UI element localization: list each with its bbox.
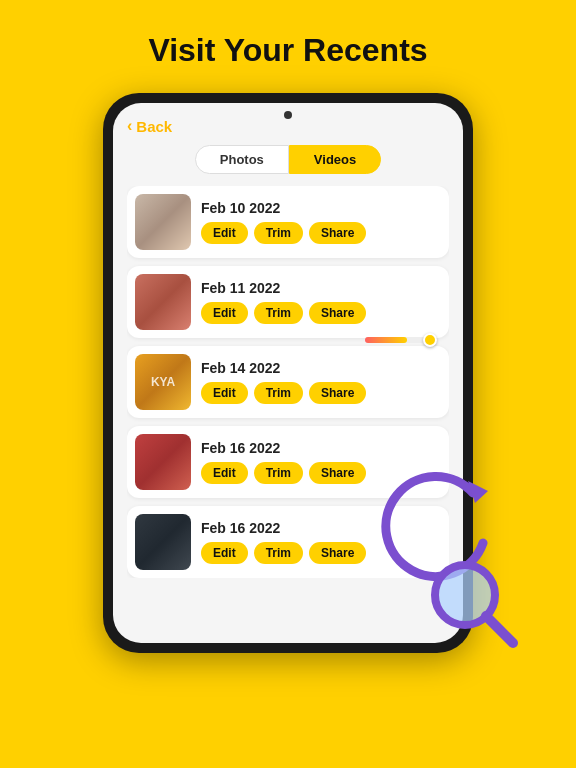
tablet-device: ‹ Back Photos Videos Feb 10 2022 Edit bbox=[103, 93, 473, 653]
thumbnail: KYA bbox=[135, 354, 191, 410]
back-chevron-icon: ‹ bbox=[127, 117, 132, 135]
tablet-camera bbox=[284, 111, 292, 119]
recent-actions: Edit Trim Share bbox=[201, 222, 441, 244]
edit-button[interactable]: Edit bbox=[201, 462, 248, 484]
edit-button[interactable]: Edit bbox=[201, 382, 248, 404]
recent-info: Feb 14 2022 Edit Trim Share bbox=[201, 360, 441, 404]
trim-button[interactable]: Trim bbox=[254, 382, 303, 404]
recent-info: Feb 10 2022 Edit Trim Share bbox=[201, 200, 441, 244]
tab-videos[interactable]: Videos bbox=[289, 145, 381, 174]
trim-button[interactable]: Trim bbox=[254, 222, 303, 244]
recent-item: KYA Feb 14 2022 Edit Trim Share bbox=[127, 346, 449, 418]
thumbnail bbox=[135, 514, 191, 570]
back-button[interactable]: ‹ Back bbox=[127, 117, 449, 135]
recent-date: Feb 14 2022 bbox=[201, 360, 441, 376]
page-title: Visit Your Recents bbox=[148, 32, 427, 69]
edit-button[interactable]: Edit bbox=[201, 302, 248, 324]
share-button[interactable]: Share bbox=[309, 462, 366, 484]
thumbnail bbox=[135, 194, 191, 250]
progress-bar bbox=[365, 337, 435, 343]
recent-item: Feb 11 2022 Edit Trim Share bbox=[127, 266, 449, 338]
thumbnail bbox=[135, 274, 191, 330]
share-button[interactable]: Share bbox=[309, 222, 366, 244]
share-button[interactable]: Share bbox=[309, 542, 366, 564]
recent-date: Feb 16 2022 bbox=[201, 440, 441, 456]
trim-button[interactable]: Trim bbox=[254, 302, 303, 324]
recent-info: Feb 11 2022 Edit Trim Share bbox=[201, 280, 441, 324]
tab-bar: Photos Videos bbox=[127, 145, 449, 174]
edit-button[interactable]: Edit bbox=[201, 222, 248, 244]
recent-date: Feb 10 2022 bbox=[201, 200, 441, 216]
magnifier-icon bbox=[423, 553, 523, 653]
share-button[interactable]: Share bbox=[309, 382, 366, 404]
trim-button[interactable]: Trim bbox=[254, 462, 303, 484]
recent-actions: Edit Trim Share bbox=[201, 382, 441, 404]
edit-button[interactable]: Edit bbox=[201, 542, 248, 564]
svg-line-2 bbox=[486, 616, 513, 643]
recent-actions: Edit Trim Share bbox=[201, 302, 441, 324]
progress-knob bbox=[423, 333, 437, 347]
thumbnail-text: KYA bbox=[135, 354, 191, 410]
trim-button[interactable]: Trim bbox=[254, 542, 303, 564]
recent-item: Feb 10 2022 Edit Trim Share bbox=[127, 186, 449, 258]
back-label: Back bbox=[136, 118, 172, 135]
share-button[interactable]: Share bbox=[309, 302, 366, 324]
tab-photos[interactable]: Photos bbox=[195, 145, 289, 174]
thumbnail bbox=[135, 434, 191, 490]
progress-fill bbox=[365, 337, 407, 343]
recent-date: Feb 11 2022 bbox=[201, 280, 441, 296]
